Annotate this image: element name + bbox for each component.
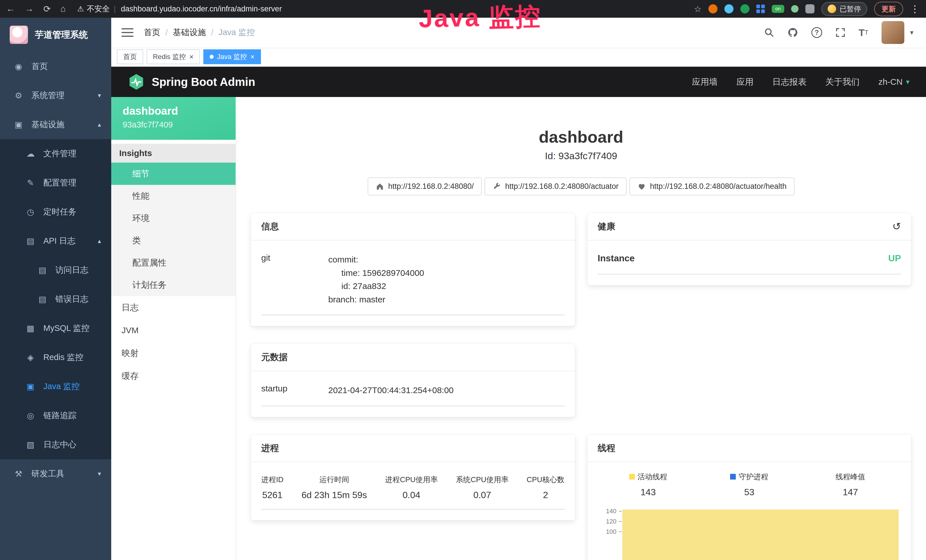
stat-pid: 进程ID 5261 (261, 475, 283, 500)
avatar-caret-icon[interactable]: ▾ (910, 29, 914, 36)
security-label[interactable]: 不安全 (87, 4, 110, 14)
sidebar-item-config-mgmt[interactable]: ✎ 配置管理 (0, 168, 111, 197)
info-key: git (261, 253, 328, 306)
sba-item-details[interactable]: 细节 (111, 163, 236, 185)
sidebar-item-home[interactable]: ◉ 首页 (0, 52, 111, 81)
url-text[interactable]: dashboard.yudao.iocoder.cn/infra/admin-s… (121, 5, 282, 14)
breadcrumb-home[interactable]: 首页 (144, 27, 160, 38)
browser-menu-icon[interactable]: ⋮ (910, 3, 920, 15)
tab-home[interactable]: 首页 (117, 49, 143, 64)
sidebar-item-dev-tools[interactable]: ⚒ 研发工具 ▾ (0, 459, 111, 488)
sidebar-item-mysql-monitor[interactable]: ▦ MySQL 监控 (0, 314, 111, 343)
extension-icon-green[interactable] (740, 4, 749, 14)
git-id-line: id: 27aa832 (328, 280, 565, 293)
search-icon[interactable] (764, 27, 774, 38)
hamburger-icon[interactable] (121, 28, 133, 37)
instance-link-actuator[interactable]: http://192.168.0.2:48080/actuator (484, 177, 626, 195)
sba-item-performance[interactable]: 性能 (111, 185, 236, 207)
sidebar-item-system-mgmt[interactable]: ⚙ 系统管理 ▾ (0, 81, 111, 110)
separator: | (114, 5, 116, 14)
edit-icon: ✎ (24, 178, 36, 188)
tab-redis-monitor[interactable]: Redis 监控 × (147, 49, 200, 64)
wrench-icon (493, 182, 501, 191)
paused-badge[interactable]: 已暂停 (822, 2, 867, 16)
sba-item-mappings[interactable]: 映射 (111, 342, 236, 365)
extensions-puzzle-icon[interactable] (805, 4, 814, 14)
help-icon[interactable]: ? (811, 27, 822, 38)
sidebar-item-trace[interactable]: ◎ 链路追踪 (0, 401, 111, 430)
breadcrumb-separator: / (211, 28, 213, 37)
history-icon[interactable]: ↺ (892, 221, 901, 233)
bookmark-star-icon[interactable]: ☆ (694, 4, 702, 14)
stat-process-cpu: 进程CPU使用率 0.04 (385, 475, 438, 500)
sba-nav-wallboard[interactable]: 应用墙 (692, 76, 717, 88)
extension-icon-drop[interactable] (724, 4, 734, 14)
github-icon[interactable] (787, 27, 798, 38)
process-card: 进程 进程ID 5261 运行时间 6d 23h 15m 59s (251, 435, 575, 520)
health-row[interactable]: Instance UP (598, 253, 901, 274)
font-size-icon[interactable]: TT (859, 27, 869, 38)
extension-icon-on-badge[interactable]: on (772, 5, 784, 13)
git-time-line: time: 1596289704000 (328, 266, 565, 280)
instance-link-root[interactable]: http://192.168.0.2:48080/ (368, 177, 482, 195)
sba-item-config-props[interactable]: 配置属性 (111, 251, 236, 274)
avatar[interactable] (882, 21, 904, 44)
sidebar-item-error-logs[interactable]: ▤ 错误日志 (0, 285, 111, 314)
instance-link-health[interactable]: http://192.168.0.2:48080/actuator/health (629, 177, 794, 195)
extension-icon-leaf[interactable] (791, 5, 799, 12)
sidebar-item-java-monitor[interactable]: ▣ Java 监控 (0, 372, 111, 401)
sba-nav-applications[interactable]: 应用 (736, 76, 754, 88)
app-logo-row[interactable]: 芋道管理系统 (0, 18, 111, 52)
fullscreen-icon[interactable] (835, 27, 846, 38)
legend-label: 守护进程 (738, 472, 768, 482)
sidebar-item-log-center[interactable]: ▧ 日志中心 (0, 430, 111, 459)
forward-icon[interactable]: → (25, 4, 34, 14)
sba-item-scheduled[interactable]: 计划任务 (111, 274, 236, 296)
git-commit-line: commit: (328, 253, 565, 266)
extension-icon-orange[interactable] (708, 4, 717, 14)
paused-label: 已暂停 (840, 4, 861, 14)
sidebar-item-scheduled-tasks[interactable]: ◷ 定时任务 (0, 197, 111, 227)
link-url: http://192.168.0.2:48080/ (388, 182, 474, 191)
instance-block[interactable]: dashboard 93a3fc7f7409 (111, 97, 236, 140)
browser-home-icon[interactable]: ⌂ (61, 4, 66, 14)
breadcrumb-infrastructure[interactable]: 基础设施 (173, 27, 206, 38)
sba-item-jvm[interactable]: JVM (111, 319, 236, 342)
chevron-down-icon: ▾ (98, 92, 101, 99)
page-title: dashboard (236, 127, 926, 146)
close-icon[interactable]: × (250, 53, 255, 61)
sidebar-item-access-logs[interactable]: ▤ 访问日志 (0, 256, 111, 285)
address-bar[interactable]: ⚠ 不安全 | dashboard.yudao.iocoder.cn/infra… (77, 4, 282, 14)
sidebar-item-file-mgmt[interactable]: ☁ 文件管理 (0, 139, 111, 168)
sba-nav-about[interactable]: 关于我们 (825, 76, 859, 88)
insights-group: 细节 性能 环境 类 配置属性 计划任务 (111, 163, 236, 296)
y-tick: 100 (606, 528, 617, 536)
tab-java-monitor[interactable]: Java 监控 × (203, 49, 261, 64)
close-icon[interactable]: × (189, 53, 194, 61)
sidebar-item-label: 链路追踪 (43, 410, 76, 421)
annotation-text: Java 监控 (418, 0, 542, 36)
sba-nav-journal[interactable]: 日志报表 (772, 76, 806, 88)
instance-links: http://192.168.0.2:48080/ http://192.168… (236, 177, 926, 195)
stat-value: 6d 23h 15m 59s (301, 490, 367, 500)
back-icon[interactable]: ← (6, 4, 15, 14)
emoji-icon (828, 5, 836, 13)
stat-value: 2 (527, 490, 565, 500)
sba-logo-icon (128, 73, 145, 91)
sidebar-item-infrastructure[interactable]: ▣ 基础设施 ▴ (0, 110, 111, 139)
locale-select[interactable]: zh-CN ▾ (878, 77, 909, 87)
extension-icon-grid[interactable] (756, 5, 765, 13)
sba-item-logs[interactable]: 日志 (111, 296, 236, 319)
sidebar-item-redis-monitor[interactable]: ◈ Redis 监控 (0, 343, 111, 372)
warning-icon: ⚠ (77, 5, 84, 14)
tab-label: Redis 监控 (153, 52, 186, 61)
sba-item-environment[interactable]: 环境 (111, 207, 236, 229)
update-button[interactable]: 更新 (874, 2, 903, 16)
sba-item-caches[interactable]: 缓存 (111, 365, 236, 387)
sba-brand[interactable]: Spring Boot Admin (128, 73, 255, 91)
refresh-icon[interactable]: ⟳ (43, 4, 51, 14)
sidebar-item-api-logs[interactable]: ▤ API 日志 ▴ (0, 227, 111, 256)
sba-item-classes[interactable]: 类 (111, 229, 236, 251)
card-title: 元数据 (261, 351, 288, 363)
app-title: 芋道管理系统 (35, 29, 88, 41)
